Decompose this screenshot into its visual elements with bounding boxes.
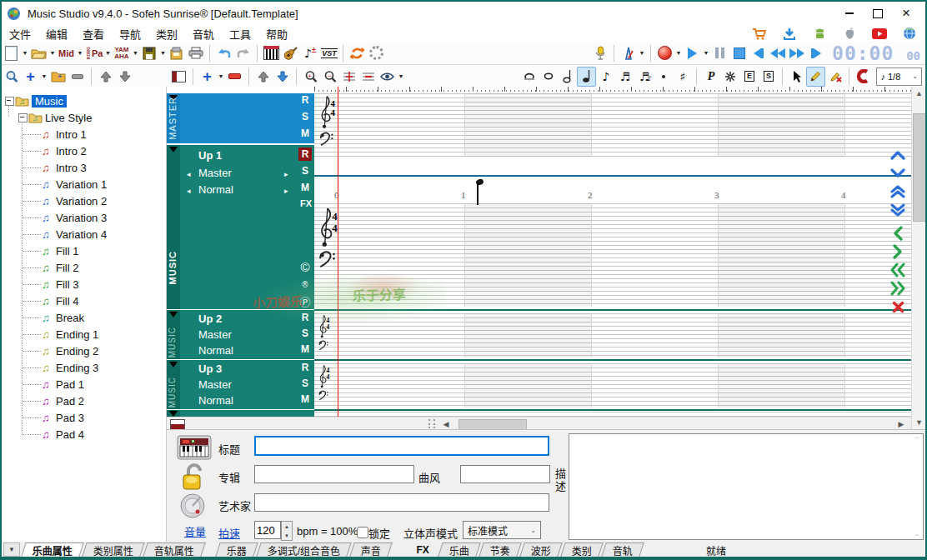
scroll-up-button[interactable]: ▲ xyxy=(912,87,926,100)
tree-item-intro-1[interactable]: ♫Intro 1 xyxy=(42,127,87,142)
tempo-input[interactable] xyxy=(254,521,281,539)
new-file-button[interactable] xyxy=(2,43,21,63)
master-solo-button[interactable]: S xyxy=(298,111,312,122)
track-bank[interactable]: Master xyxy=(198,328,232,341)
textarea-scroll-up-icon[interactable]: ⌃ xyxy=(914,436,920,444)
tempo-lock-checkbox[interactable] xyxy=(357,527,368,538)
artist-input[interactable] xyxy=(254,493,549,512)
track-header-partial[interactable] xyxy=(167,410,314,417)
tree-item-variation-4[interactable]: ♫Variation 4 xyxy=(42,227,107,242)
note-eighth-button[interactable]: ♪ xyxy=(596,67,615,87)
up1-record-button[interactable]: R xyxy=(298,148,312,161)
vertical-scrollbar[interactable]: ▲ ▼ xyxy=(911,87,926,429)
tab-instrument[interactable]: 乐器 xyxy=(215,542,258,557)
store-cart-icon[interactable] xyxy=(750,27,769,41)
horizontal-scrollbar[interactable]: ◀ ▶ xyxy=(167,417,911,430)
erase-tool-button[interactable] xyxy=(825,67,844,87)
expand-staff-button[interactable] xyxy=(339,67,358,87)
tree-item-ending-1[interactable]: ♫Ending 1 xyxy=(42,327,98,342)
record-dropdown[interactable]: ▼ xyxy=(674,43,683,63)
track-up-button[interactable] xyxy=(253,67,273,87)
print-button[interactable] xyxy=(186,43,205,63)
up1-staff[interactable] xyxy=(314,203,911,307)
note-breve-button[interactable] xyxy=(519,67,539,87)
move-up-button[interactable] xyxy=(96,67,115,87)
zoom-out-button[interactable]: − xyxy=(320,67,339,87)
track-header-up3[interactable]: MUSIC Up 3 Master Normal R S M xyxy=(167,360,314,409)
tree-item-ending-2[interactable]: ♫Ending 2 xyxy=(42,343,98,358)
menu-navigate[interactable]: 导航 xyxy=(112,26,148,42)
note-whole-button[interactable] xyxy=(539,67,558,87)
open-file-dropdown[interactable]: ▼ xyxy=(48,43,57,63)
nav-left-button[interactable] xyxy=(887,225,909,242)
tab-song[interactable]: 乐曲 xyxy=(438,542,481,557)
hscroll-right-button[interactable]: ▶ xyxy=(894,418,909,429)
note-event[interactable] xyxy=(476,179,484,185)
tree-item-fill-2[interactable]: ♫Fill 2 xyxy=(42,260,78,275)
playhead[interactable] xyxy=(338,87,338,417)
dot-button[interactable] xyxy=(654,67,673,87)
snap-toggle-button[interactable] xyxy=(854,67,873,87)
rewind-button[interactable] xyxy=(768,43,787,63)
menu-file[interactable]: 文件 xyxy=(2,26,38,42)
tree-item-variation-1[interactable]: ♫Variation 1 xyxy=(42,177,107,192)
master-record-button[interactable]: R xyxy=(298,94,312,106)
note-half-button[interactable] xyxy=(558,67,577,87)
remove-item-button[interactable] xyxy=(68,67,87,87)
tab-sound[interactable]: 声音 xyxy=(350,542,393,557)
phonogram-badge[interactable]: Ⓟ xyxy=(298,293,312,309)
prev-bank-icon[interactable]: ◂ xyxy=(187,170,191,178)
import-korg-dropdown[interactable]: ▼ xyxy=(103,43,112,63)
up3-solo-button[interactable]: S xyxy=(298,378,312,389)
tree-item-break[interactable]: ♫Break xyxy=(42,310,84,325)
minimize-button[interactable] xyxy=(835,4,864,22)
save-button[interactable] xyxy=(139,43,158,63)
master-mute-button[interactable]: M xyxy=(298,128,312,139)
apple-icon[interactable] xyxy=(840,27,859,41)
title-input[interactable] xyxy=(254,436,549,456)
add-track-dropdown[interactable]: ▼ xyxy=(217,67,225,87)
next-button[interactable] xyxy=(806,43,825,63)
export-button[interactable] xyxy=(167,43,186,63)
open-file-button[interactable] xyxy=(29,43,48,63)
next-mode-icon[interactable]: ▸ xyxy=(284,187,288,195)
undo-button[interactable] xyxy=(214,43,233,63)
menu-tools[interactable]: 工具 xyxy=(222,26,258,42)
find-button[interactable] xyxy=(2,67,21,87)
tree-item-variation-3[interactable]: ♫Variation 3 xyxy=(42,210,107,225)
save-dropdown[interactable]: ▼ xyxy=(158,43,167,63)
score-area[interactable]: 0 1 2 3 4 xyxy=(314,87,911,417)
up1-solo-button[interactable]: S xyxy=(298,165,312,177)
track-header-up1[interactable]: MUSIC Up 1 ◂ Master ▸ ◂ Normal ▸ R S M F… xyxy=(167,145,314,309)
tree-item-pad-2[interactable]: ♫Pad 2 xyxy=(42,393,84,408)
vscroll-thumb[interactable] xyxy=(913,113,926,222)
track-mode[interactable]: Normal xyxy=(198,183,233,196)
nav-double-up-button[interactable] xyxy=(887,183,909,200)
maximize-button[interactable] xyxy=(864,4,892,22)
description-textarea[interactable]: ⌃ ⌄ xyxy=(569,433,924,540)
tree-item-pad-1[interactable]: ♫Pad 1 xyxy=(42,377,84,392)
tree-item-fill-1[interactable]: ♫Fill 1 xyxy=(42,243,78,258)
up1-fx-button[interactable]: FX xyxy=(299,198,313,208)
tree-item-intro-3[interactable]: ♫Intro 3 xyxy=(42,160,87,175)
track-bank[interactable]: Master xyxy=(198,378,232,391)
tab-track-properties[interactable]: 音轨属性 xyxy=(143,542,206,557)
add-item-button[interactable]: + xyxy=(21,67,40,87)
album-input[interactable] xyxy=(254,465,414,483)
paste-item-button[interactable]: + xyxy=(48,67,68,87)
import-midi-dropdown[interactable]: ▼ xyxy=(76,43,84,63)
add-note-button[interactable]: ♪± xyxy=(300,43,319,63)
metronome-dropdown[interactable]: ▼ xyxy=(638,43,646,63)
tempo-stepper[interactable]: ▲▼ xyxy=(281,521,293,541)
close-button[interactable]: × xyxy=(892,4,920,22)
master-staff[interactable] xyxy=(314,93,911,157)
staccato-button[interactable]: S xyxy=(759,67,778,87)
tuplet-button[interactable] xyxy=(720,67,739,87)
hscroll-left-button[interactable]: ◀ xyxy=(438,418,453,429)
add-item-dropdown[interactable]: ▼ xyxy=(40,67,48,87)
tree-item-ending-3[interactable]: ♫Ending 3 xyxy=(42,360,98,375)
import-midi-button[interactable]: Mid xyxy=(57,43,76,63)
tempo-link[interactable]: 拍速 xyxy=(218,525,240,541)
tab-rhythm[interactable]: 节奏 xyxy=(479,542,522,557)
tab-list-dropdown[interactable]: ▼ xyxy=(3,542,20,557)
